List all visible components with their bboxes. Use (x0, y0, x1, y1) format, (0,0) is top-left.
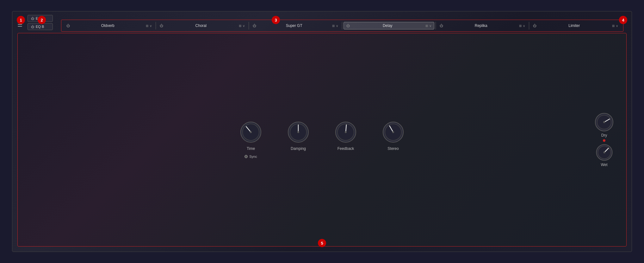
feedback-knob[interactable] (335, 121, 357, 143)
stereo-knob-group: Stereo (382, 121, 404, 151)
annotation-5: 5 (318, 239, 326, 247)
svg-point-23 (603, 151, 605, 153)
oldverb-power-icon[interactable]: ⏻ (66, 24, 70, 28)
super-gt-label: Super GT (257, 23, 331, 28)
dry-wet-section: Dry Wet (595, 113, 614, 167)
header: ☰ ⏻ EQ A ⏻ EQ B ⏻ Oldverb ⊞ ∨ (12, 11, 632, 30)
svg-point-11 (345, 131, 347, 133)
delay-chevron-icon[interactable]: ∨ (429, 24, 431, 28)
stereo-knob[interactable] (382, 121, 404, 143)
limiter-power-icon[interactable]: ⏻ (533, 24, 536, 28)
time-knob[interactable] (240, 121, 262, 143)
app-container: 1 2 3 4 5 ✕ ☰ ⏻ EQ A ⏻ EQ B ⏻ Oldverb ⊞ (12, 11, 632, 252)
divider-3 (342, 22, 342, 29)
eq-b-button[interactable]: ⏻ EQ B (28, 23, 53, 30)
dry-knob-group: Dry (595, 113, 614, 138)
wet-knob-group: Wet (596, 144, 613, 167)
divider-5 (529, 22, 529, 29)
effect-replika[interactable]: ⏻ Replika ⊞ ∨ (437, 22, 528, 29)
super-gt-chevron-icon[interactable]: ∨ (336, 24, 338, 28)
limiter-bars-icon: ⊞ (612, 24, 615, 28)
sync-label: Sync (249, 155, 257, 158)
replika-chevron-icon[interactable]: ∨ (523, 24, 525, 28)
choral-bars-icon: ⊞ (239, 24, 241, 28)
svg-point-7 (297, 131, 299, 133)
annotation-3: 3 (272, 16, 280, 24)
oldverb-label: Oldverb (71, 23, 145, 28)
effects-chain: ⏻ Oldverb ⊞ ∨ ⏻ Choral ⊞ ∨ ⏻ Super GT ⊞ … (61, 20, 623, 32)
feedback-knob-group: Feedback (335, 121, 357, 151)
damping-knob-group: Damping (287, 121, 309, 151)
sync-radio[interactable] (245, 155, 248, 158)
choral-power-icon[interactable]: ⏻ (160, 24, 163, 28)
effect-choral[interactable]: ⏻ Choral ⊞ ∨ (157, 22, 248, 29)
red-dot-indicator (603, 139, 605, 142)
effect-super-gt[interactable]: ⏻ Super GT ⊞ ∨ (250, 22, 341, 29)
delay-label: Delay (351, 23, 424, 28)
limiter-label: Limiter (538, 23, 611, 28)
super-gt-bars-icon: ⊞ (332, 24, 335, 28)
effect-oldverb[interactable]: ⏻ Oldverb ⊞ ∨ (64, 22, 154, 29)
time-knob-group: Time Sync (240, 121, 262, 158)
effect-delay[interactable]: ⏻ Delay ⊞ ∨ (344, 22, 435, 29)
divider-2 (249, 22, 249, 29)
delay-power-icon[interactable]: ⏻ (346, 24, 350, 28)
effect-limiter[interactable]: ⏻ Limiter ⊞ ∨ (530, 22, 621, 29)
replika-bars-icon: ⊞ (519, 24, 522, 28)
oldverb-bars-icon: ⊞ (146, 24, 148, 28)
oldverb-chevron-icon[interactable]: ∨ (150, 24, 152, 28)
damping-knob[interactable] (287, 121, 309, 143)
main-content: Time Sync Damping (17, 33, 627, 247)
replika-label: Replika (444, 23, 518, 28)
feedback-knob-label: Feedback (337, 146, 354, 151)
wet-knob[interactable] (596, 144, 613, 161)
dry-label: Dry (601, 133, 607, 138)
dry-knob[interactable] (595, 113, 614, 132)
super-gt-power-icon[interactable]: ⏻ (253, 24, 256, 28)
svg-point-19 (603, 121, 605, 123)
damping-knob-label: Damping (291, 146, 306, 151)
replika-power-icon[interactable]: ⏻ (440, 24, 443, 28)
knobs-area: Time Sync Damping (233, 115, 411, 165)
svg-point-3 (250, 131, 252, 133)
eq-a-power-icon: ⏻ (31, 17, 34, 20)
annotation-1: 1 (17, 16, 25, 24)
annotation-2: 2 (38, 16, 46, 24)
divider-4 (436, 22, 436, 29)
stereo-knob-label: Stereo (387, 146, 399, 151)
sync-control: Sync (245, 155, 257, 158)
eq-b-label: EQ B (36, 25, 44, 29)
eq-b-power-icon: ⏻ (31, 25, 34, 29)
svg-point-15 (392, 131, 394, 133)
delay-bars-icon: ⊞ (425, 24, 428, 28)
choral-chevron-icon[interactable]: ∨ (243, 24, 245, 28)
time-knob-label: Time (247, 146, 255, 151)
annotation-4: 4 (619, 16, 627, 24)
divider-1 (156, 22, 156, 29)
wet-label: Wet (601, 163, 607, 167)
limiter-chevron-icon[interactable]: ∨ (616, 24, 618, 28)
choral-label: Choral (164, 23, 238, 28)
